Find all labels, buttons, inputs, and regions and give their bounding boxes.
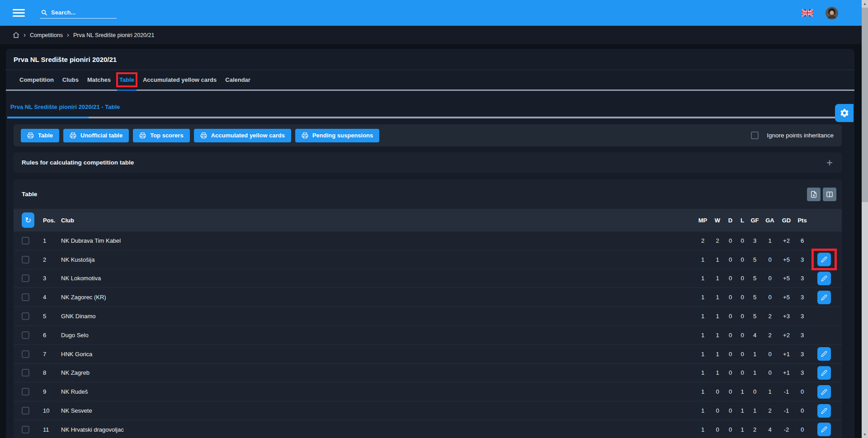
breadcrumb-separator: ›: [67, 31, 69, 38]
edit-row-button[interactable]: [817, 347, 831, 361]
table-body: 1NK Dubrava Tim Kabel220031+262NK Kustoš…: [14, 231, 842, 438]
cell-mp: 1: [695, 426, 711, 433]
breadcrumb-link-competitions[interactable]: Competitions: [30, 32, 63, 38]
edit-row-button[interactable]: [817, 253, 831, 266]
cell-ga: 0: [761, 256, 778, 263]
table-row-3: 3NK Lokomotiva110050+53: [14, 269, 842, 288]
edit-row-button[interactable]: [817, 404, 831, 418]
edit-row-button[interactable]: [817, 385, 831, 399]
row-checkbox[interactable]: [22, 350, 29, 358]
row-checkbox[interactable]: [22, 426, 29, 433]
column-header-ga: GA: [761, 217, 778, 224]
column-header-l: L: [736, 217, 748, 224]
table-row-6: 6Dugo Selo110042+23: [14, 326, 842, 345]
tab-accumulated-yellow-cards[interactable]: Accumulated yellow cards: [143, 76, 217, 89]
row-checkbox[interactable]: [22, 293, 29, 301]
cell-ga: 2: [761, 313, 778, 320]
cell-mp: 1: [695, 332, 711, 339]
rules-accordion-title: Rules for calculating competition table: [22, 159, 134, 166]
search-field[interactable]: [40, 8, 117, 19]
table-row-9: 9NK Rudeš100101-10: [14, 382, 842, 401]
columns-toggle-button[interactable]: [823, 188, 836, 201]
accumulated-yellow-cards-button[interactable]: Accumulated yellow cards: [194, 129, 291, 142]
tab-calendar[interactable]: Calendar: [225, 76, 250, 89]
row-checkbox[interactable]: [22, 388, 29, 396]
table-card: Table: [14, 179, 842, 438]
cell-gf: 4: [748, 332, 761, 339]
cell-l: 1: [736, 407, 748, 414]
cell-l: 0: [736, 332, 748, 339]
breadcrumb: › Competitions › Prva NL Središte pionir…: [0, 26, 868, 44]
cell-l: 1: [736, 426, 748, 433]
cell-w: 0: [711, 426, 724, 433]
pencil-icon: [821, 275, 827, 282]
home-icon[interactable]: [13, 32, 19, 38]
club-name: HNK Gorica: [61, 351, 686, 358]
search-input[interactable]: [51, 9, 110, 16]
cell-pts: 3: [794, 351, 810, 358]
cell-mp: 1: [695, 351, 711, 358]
tab-clubs[interactable]: Clubs: [62, 76, 79, 89]
table-row-8: 8NK Zagreb110010+13: [14, 364, 842, 383]
cell-mp: 1: [695, 256, 711, 263]
row-checkbox[interactable]: [22, 407, 29, 414]
table-row-4: 4NK Zagorec (KR)110050+53: [14, 288, 842, 307]
pencil-icon: [821, 426, 827, 433]
ignore-points-inheritance-checkbox[interactable]: [751, 132, 759, 139]
cell-d: 0: [724, 388, 736, 395]
ignore-points-inheritance-label: Ignore points inheritance: [767, 132, 834, 139]
gear-icon: [840, 108, 849, 118]
row-checkbox[interactable]: [22, 369, 29, 377]
cell-gf: 2: [748, 426, 761, 433]
tab-competition[interactable]: Competition: [19, 76, 54, 89]
position-cell: 6: [43, 332, 61, 339]
edit-row-button[interactable]: [817, 272, 831, 285]
cell-ga: 2: [761, 407, 778, 414]
cell-pts: 3: [794, 294, 810, 301]
language-flag-icon[interactable]: [802, 9, 813, 17]
cell-mp: 1: [695, 313, 711, 320]
row-checkbox[interactable]: [22, 237, 29, 245]
cell-d: 0: [724, 294, 736, 301]
unofficial-table-button[interactable]: Unofficial table: [63, 129, 129, 142]
edit-row-button[interactable]: [817, 291, 831, 304]
cell-gd: +1: [778, 351, 794, 358]
settings-gear-button[interactable]: [835, 104, 854, 122]
refresh-table-button[interactable]: ↻: [22, 212, 34, 228]
row-checkbox[interactable]: [22, 274, 29, 282]
row-checkbox[interactable]: [22, 312, 29, 320]
expand-plus-icon[interactable]: +: [826, 157, 833, 168]
row-checkbox[interactable]: [22, 256, 29, 264]
table-button[interactable]: Table: [21, 129, 59, 142]
cell-gf: 5: [748, 313, 761, 320]
cell-gf: 0: [748, 388, 761, 395]
cell-w: 1: [711, 351, 724, 358]
top-scorers-button[interactable]: Top scorers: [133, 129, 189, 142]
cell-d: 0: [724, 426, 736, 433]
scrollbar-up-arrow[interactable]: ▲: [862, 0, 868, 7]
column-header-gd: GD: [778, 217, 794, 224]
position-cell: 1: [43, 237, 61, 244]
edit-row-button[interactable]: [817, 366, 831, 380]
column-header-d: D: [724, 217, 736, 224]
subtab-active-label[interactable]: Prva NL Središte pioniri 2020/21 - Table: [7, 104, 120, 110]
cell-pts: 6: [794, 237, 810, 244]
pending-suspensions-button[interactable]: Pending suspensions: [295, 129, 379, 142]
tab-matches[interactable]: Matches: [87, 76, 111, 89]
cell-ga: 0: [761, 351, 778, 358]
hamburger-menu-icon[interactable]: [13, 9, 25, 17]
table-row-7: 7HNK Gorica110010+13: [14, 345, 842, 364]
cell-pts: 0: [794, 426, 810, 433]
edit-row-button[interactable]: [817, 423, 831, 436]
export-excel-button[interactable]: [807, 188, 821, 201]
rules-accordion[interactable]: Rules for calculating competition table …: [14, 152, 842, 173]
scrollbar-down-arrow[interactable]: ▼: [862, 431, 868, 438]
breadcrumb-current-page: Prva NL Središte pioniri 2020/21: [73, 32, 155, 38]
cell-ga: 4: [761, 426, 778, 433]
row-checkbox[interactable]: [22, 331, 29, 339]
scrollbar-thumb[interactable]: [862, 8, 868, 202]
tab-table[interactable]: Table: [119, 76, 134, 89]
cell-l: 0: [736, 256, 748, 263]
user-avatar[interactable]: [826, 7, 838, 19]
cell-d: 0: [724, 332, 736, 339]
